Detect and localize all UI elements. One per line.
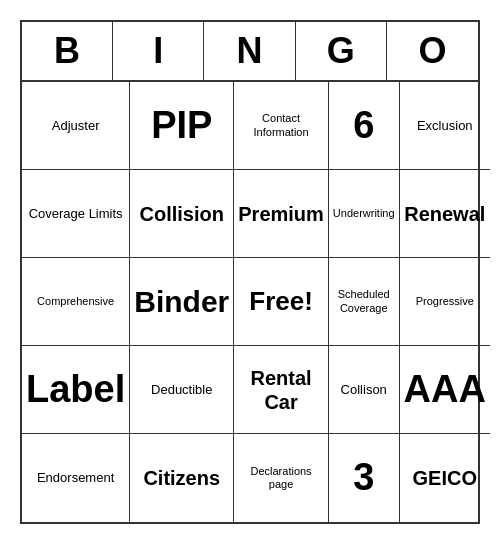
bingo-cell-15: Label (22, 346, 130, 434)
cell-text-3: 6 (353, 103, 374, 149)
cell-text-15: Label (26, 367, 125, 413)
bingo-header: BINGO (22, 22, 478, 82)
bingo-cell-2: Contact Information (234, 82, 329, 170)
cell-text-17: Rental Car (238, 366, 324, 414)
cell-text-10: Comprehensive (37, 295, 114, 308)
bingo-cell-6: Collision (130, 170, 234, 258)
bingo-cell-16: Deductible (130, 346, 234, 434)
cell-text-9: Renewal (404, 202, 485, 226)
cell-text-6: Collision (140, 202, 224, 226)
bingo-cell-1: PIP (130, 82, 234, 170)
cell-text-5: Coverage Limits (29, 206, 123, 222)
bingo-card: BINGO AdjusterPIPContact Information6Exc… (20, 20, 480, 524)
cell-text-16: Deductible (151, 382, 212, 398)
cell-text-24: GEICO (413, 466, 477, 490)
header-letter-g: G (296, 22, 387, 80)
bingo-cell-7: Premium (234, 170, 329, 258)
cell-text-23: 3 (353, 455, 374, 501)
cell-text-18: Collison (341, 382, 387, 398)
bingo-cell-14: Progressive (400, 258, 490, 346)
cell-text-20: Endorsement (37, 470, 114, 486)
cell-text-1: PIP (151, 103, 212, 149)
cell-text-0: Adjuster (52, 118, 100, 134)
bingo-cell-8: Underwriting (329, 170, 400, 258)
cell-text-13: Scheduled Coverage (333, 288, 395, 314)
cell-text-22: Declarations page (238, 465, 324, 491)
bingo-cell-12: Free! (234, 258, 329, 346)
bingo-cell-24: GEICO (400, 434, 490, 522)
cell-text-7: Premium (238, 202, 324, 226)
bingo-cell-10: Comprehensive (22, 258, 130, 346)
cell-text-2: Contact Information (238, 112, 324, 138)
bingo-grid: AdjusterPIPContact Information6Exclusion… (22, 82, 478, 522)
header-letter-n: N (204, 22, 295, 80)
bingo-cell-23: 3 (329, 434, 400, 522)
cell-text-19: AAA (404, 367, 486, 413)
header-letter-i: I (113, 22, 204, 80)
bingo-cell-4: Exclusion (400, 82, 490, 170)
bingo-cell-5: Coverage Limits (22, 170, 130, 258)
cell-text-8: Underwriting (333, 207, 395, 220)
cell-text-14: Progressive (416, 295, 474, 308)
bingo-cell-18: Collison (329, 346, 400, 434)
bingo-cell-11: Binder (130, 258, 234, 346)
header-letter-o: O (387, 22, 478, 80)
bingo-cell-21: Citizens (130, 434, 234, 522)
bingo-cell-22: Declarations page (234, 434, 329, 522)
bingo-cell-19: AAA (400, 346, 490, 434)
bingo-cell-9: Renewal (400, 170, 490, 258)
cell-text-4: Exclusion (417, 118, 473, 134)
header-letter-b: B (22, 22, 113, 80)
bingo-cell-0: Adjuster (22, 82, 130, 170)
cell-text-11: Binder (134, 284, 229, 320)
bingo-cell-13: Scheduled Coverage (329, 258, 400, 346)
bingo-cell-3: 6 (329, 82, 400, 170)
bingo-cell-20: Endorsement (22, 434, 130, 522)
bingo-cell-17: Rental Car (234, 346, 329, 434)
cell-text-21: Citizens (143, 466, 220, 490)
cell-text-12: Free! (249, 286, 313, 317)
